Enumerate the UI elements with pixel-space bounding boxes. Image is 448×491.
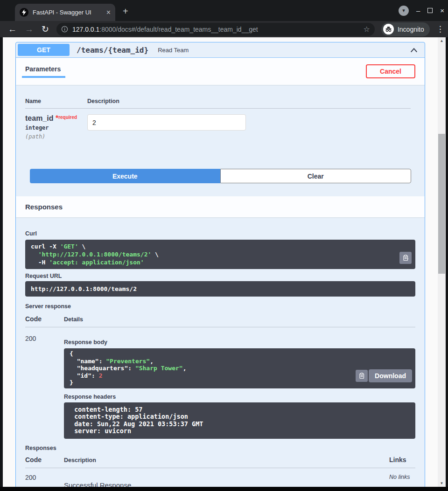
server-response-row: 200 Response body { "name": "Preventers"… bbox=[25, 327, 415, 439]
server-response-table-header: Code Details bbox=[25, 315, 415, 327]
execute-row: Execute Clear bbox=[30, 169, 411, 183]
param-name: team_id *required bbox=[25, 114, 87, 123]
documented-status-code: 200 bbox=[25, 474, 64, 487]
url-host: 127.0.0.1 bbox=[72, 26, 99, 33]
required-label: required bbox=[58, 115, 77, 120]
responses-table-header: Code Description Links bbox=[25, 456, 415, 468]
server-response-label: Server response bbox=[25, 303, 415, 310]
copy-response-button[interactable] bbox=[356, 370, 368, 382]
window-bottom-edge bbox=[0, 487, 448, 491]
endpoint-summary: Read Team bbox=[158, 47, 410, 54]
param-location: (path) bbox=[25, 133, 87, 140]
param-description-header: Description bbox=[87, 98, 411, 104]
browser-tab[interactable]: FastAPI - Swagger UI × bbox=[15, 4, 115, 21]
responses-code-header: Code bbox=[25, 456, 64, 463]
collapse-chevron-icon[interactable] bbox=[410, 46, 418, 54]
site-info-icon[interactable] bbox=[61, 26, 68, 33]
responses-table-row: 200 Successful Response No links bbox=[25, 468, 415, 487]
response-links: No links bbox=[389, 474, 415, 487]
tab-title: FastAPI - Swagger UI bbox=[33, 9, 104, 16]
request-url-label: Request URL bbox=[25, 273, 415, 279]
bookmark-star-icon[interactable]: ☆ bbox=[364, 25, 370, 34]
code-header: Code bbox=[25, 315, 64, 323]
window-minimize-button[interactable]: – bbox=[416, 7, 420, 14]
fastapi-favicon-icon bbox=[20, 8, 28, 17]
curl-label: Curl bbox=[25, 230, 415, 237]
response-status-code: 200 bbox=[25, 335, 64, 439]
responses-body: Curl curl -X 'GET' \ 'http://127.0.0.1:8… bbox=[16, 217, 425, 487]
details-header: Details bbox=[64, 316, 415, 323]
clear-button[interactable]: Clear bbox=[220, 169, 412, 183]
browser-toolbar: ← → ↻ 127.0.0.1:8000/docs#/default/read_… bbox=[0, 21, 448, 37]
cancel-button[interactable]: Cancel bbox=[366, 64, 415, 78]
incognito-label: Incognito bbox=[398, 26, 424, 33]
response-body-json: { "name": "Preventers", "headquarters": … bbox=[64, 348, 415, 388]
incognito-icon bbox=[383, 24, 394, 35]
curl-command: curl -X 'GET' \ 'http://127.0.0.1:8000/t… bbox=[25, 240, 415, 269]
swagger-page: GET /teams/{team_id} Read Team Parameter… bbox=[3, 37, 438, 487]
new-tab-button[interactable]: + bbox=[123, 7, 128, 16]
execute-button[interactable]: Execute bbox=[30, 169, 220, 183]
endpoint-path: /teams/{team_id} bbox=[77, 46, 148, 55]
response-headers: content-length: 57 content-type: applica… bbox=[64, 402, 415, 439]
response-body-label: Response body bbox=[64, 339, 415, 346]
browser-titlebar: FastAPI - Swagger UI × + ▾ – × bbox=[0, 0, 448, 21]
responses-title: Responses bbox=[25, 203, 63, 211]
responses-section-header: Responses bbox=[16, 196, 425, 217]
reload-button[interactable]: ↻ bbox=[42, 24, 49, 35]
response-headers-label: Response headers bbox=[64, 394, 415, 400]
address-bar[interactable]: 127.0.0.1:8000/docs#/default/read_team_t… bbox=[56, 23, 375, 36]
tab-parameters[interactable]: Parameters bbox=[25, 65, 65, 78]
window-close-button[interactable]: × bbox=[440, 7, 444, 14]
team-id-input[interactable] bbox=[87, 114, 246, 131]
parameters-section-header: Parameters Cancel bbox=[16, 58, 425, 85]
request-url-value: http://127.0.0.1:8000/teams/2 bbox=[25, 281, 415, 297]
window-maximize-button[interactable] bbox=[427, 8, 433, 13]
scroll-up-icon[interactable]: ▲ bbox=[438, 37, 446, 44]
url-path: :8000/docs#/default/read_team_teams__tea… bbox=[99, 26, 258, 33]
param-name-header: Name bbox=[25, 98, 87, 104]
parameters-tab-label: Parameters bbox=[25, 65, 65, 73]
back-button[interactable]: ← bbox=[8, 24, 17, 35]
opblock-get-teams: GET /teams/{team_id} Read Team Parameter… bbox=[15, 42, 425, 487]
incognito-badge: Incognito bbox=[381, 22, 430, 36]
param-row-team-id: team_id *required integer (path) bbox=[25, 109, 411, 140]
url-text: 127.0.0.1:8000/docs#/default/read_team_t… bbox=[72, 26, 360, 33]
param-type: integer bbox=[25, 124, 87, 131]
tab-close-icon[interactable]: × bbox=[106, 9, 111, 16]
download-button[interactable]: Download bbox=[369, 369, 412, 382]
responses-links-header: Links bbox=[389, 456, 415, 463]
parameters-body: Name Description team_id *required integ… bbox=[16, 85, 425, 196]
tab-search-icon[interactable]: ▾ bbox=[399, 6, 409, 16]
scrollbar-thumb[interactable] bbox=[438, 134, 445, 274]
browser-menu-icon[interactable]: ⋮ bbox=[436, 24, 444, 34]
parameters-tab-underline bbox=[22, 76, 65, 78]
page-scrollbar[interactable]: ▲ ▼ bbox=[438, 37, 446, 487]
opblock-summary[interactable]: GET /teams/{team_id} Read Team bbox=[16, 42, 425, 58]
response-description: Successful Response bbox=[64, 481, 389, 487]
responses-table-label: Responses bbox=[25, 445, 415, 451]
method-badge: GET bbox=[18, 44, 70, 56]
forward-button[interactable]: → bbox=[25, 24, 34, 35]
copy-curl-button[interactable] bbox=[399, 252, 412, 264]
responses-description-header: Description bbox=[64, 457, 389, 463]
scroll-down-icon[interactable]: ▼ bbox=[438, 480, 446, 487]
